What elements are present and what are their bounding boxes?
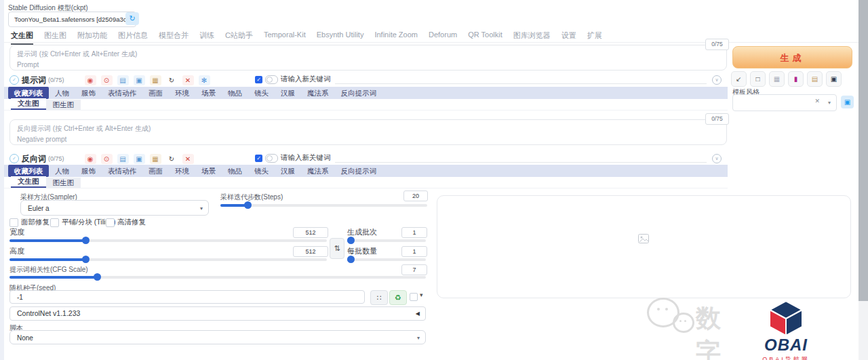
keyword-toggle[interactable] <box>265 75 278 84</box>
script-select[interactable]: None ▾ <box>9 330 426 344</box>
tag-category-scene[interactable]: 场景 <box>195 165 222 177</box>
download-red-icon[interactable]: ◉ <box>85 154 96 164</box>
tag-category-object[interactable]: 物品 <box>222 165 248 177</box>
style-card-icon[interactable]: ▮ <box>788 71 804 87</box>
sort-red-icon[interactable]: ⊙ <box>101 154 113 164</box>
height-slider[interactable] <box>9 256 327 264</box>
tag-category-environment[interactable]: 环境 <box>169 165 195 177</box>
image-placeholder-icon <box>638 234 649 243</box>
download-red-icon[interactable]: ◉ <box>85 75 96 85</box>
tag-category-object[interactable]: 物品 <box>222 87 248 99</box>
tag-category-clothes[interactable]: 服饰 <box>75 165 102 177</box>
steps-slider[interactable] <box>220 201 427 209</box>
hires-option[interactable]: 高清修复 <box>106 218 146 227</box>
tag-category-favorites[interactable]: 收藏列表 <box>8 165 49 177</box>
width-slider[interactable] <box>9 237 327 245</box>
copy-blue-icon[interactable]: ▤ <box>117 75 129 85</box>
batch-count-label: 生成批次 <box>347 227 377 237</box>
keyword-checkbox[interactable]: ✓ <box>255 155 262 162</box>
negative-textarea[interactable]: 反向提示词 (按 Ctrl+Enter 或 Alt+Enter 生成) Nega… <box>9 119 727 145</box>
face-restore-checkbox[interactable] <box>9 218 18 227</box>
tag-subtab-txt2img[interactable]: 文生图 <box>11 98 46 110</box>
refresh-dark-icon[interactable]: ↻ <box>166 75 178 85</box>
generate-button[interactable]: 生成 <box>732 46 852 68</box>
trash-red-icon[interactable]: ✕ <box>182 154 194 164</box>
keyword-input-underline[interactable] <box>335 83 707 84</box>
gear-blue-icon[interactable]: ✻ <box>199 75 210 85</box>
scrollbar-thumb[interactable] <box>859 0 868 301</box>
prompt-token-counter: 0/75 <box>705 39 729 50</box>
tag-category-expression[interactable]: 表情动作 <box>102 87 142 99</box>
save-style-icon[interactable]: ▣ <box>826 71 842 87</box>
clear-icon[interactable]: ✕ <box>814 98 820 104</box>
tag-category-magic[interactable]: 魔法系 <box>301 165 335 177</box>
check-circle-icon[interactable]: ✓ <box>9 154 19 163</box>
face-restore-option[interactable]: 面部修复 <box>9 218 50 227</box>
keyword-checkbox[interactable]: ✓ <box>255 76 262 83</box>
tag-category-expression[interactable]: 表情动作 <box>102 165 142 177</box>
collapse-circle-icon[interactable]: ∨ <box>712 75 722 85</box>
batch-size-slider[interactable] <box>347 256 426 264</box>
watermark-text: 数字 <box>696 302 745 360</box>
tag-category-clothes[interactable]: 服饰 <box>75 87 102 99</box>
recycle-seed-icon[interactable]: ♻ <box>389 290 407 305</box>
image-tan-icon[interactable]: ▦ <box>150 75 161 85</box>
width-label: 宽度 <box>9 227 24 237</box>
apply-style-icon[interactable]: ▤ <box>807 71 823 87</box>
seed-extra-checkbox[interactable] <box>410 293 418 301</box>
tag-category-magic[interactable]: 魔法系 <box>301 87 335 99</box>
sampler-select[interactable]: Euler a ▾ <box>20 200 209 216</box>
tag-category-person[interactable]: 人物 <box>49 87 75 99</box>
batch-count-slider[interactable] <box>347 237 426 245</box>
dice-icon[interactable]: ∷ <box>370 290 388 305</box>
tag-category-frame[interactable]: 画面 <box>142 165 169 177</box>
tag-category-camera[interactable]: 镜头 <box>248 165 275 177</box>
keyword-toggle[interactable] <box>265 154 278 163</box>
collapse-circle-icon[interactable]: ∨ <box>712 154 722 163</box>
seed-input[interactable]: -1 <box>9 290 365 304</box>
clear-prompt-icon[interactable]: □ <box>750 71 766 87</box>
brand-subtitle: OBAI导航网 <box>745 355 827 360</box>
prompt-textarea[interactable]: 提示词 (按 Ctrl+Enter 或 Alt+Enter 生成) Prompt <box>9 45 727 71</box>
tag-category-hanfu[interactable]: 汉服 <box>275 87 301 99</box>
steps-label: 采样迭代步数(Steps) <box>220 193 283 202</box>
tag-category-hanfu[interactable]: 汉服 <box>275 165 301 177</box>
check-circle-icon[interactable]: ✓ <box>9 75 19 85</box>
image-tan-icon[interactable]: ▦ <box>150 154 161 164</box>
tag-category-frame[interactable]: 画面 <box>142 87 169 99</box>
negative-toolbar: ✓ 反向词 (0/75) ◉ ⊙ ▤ ▣ ▦ ↻ ✕ ✓ 请输入新关键词 ∨ <box>9 153 727 165</box>
swap-dimensions-button[interactable]: ⇅ <box>330 238 344 259</box>
save-blue-icon[interactable]: ▣ <box>134 154 145 164</box>
cfg-slider[interactable] <box>9 273 426 281</box>
trash-red-icon[interactable]: ✕ <box>182 75 194 85</box>
style-refresh-button[interactable]: ▣ <box>841 96 854 108</box>
model-select[interactable]: ToonYou_Beta1.safetensors [d2509a3c68] ▾ <box>8 12 136 27</box>
copy-blue-icon[interactable]: ▤ <box>117 154 129 164</box>
tag-category-camera[interactable]: 镜头 <box>248 87 275 99</box>
keyword-input-underline[interactable] <box>335 162 707 163</box>
paste-params-icon[interactable]: ↙ <box>731 71 747 87</box>
save-blue-icon[interactable]: ▣ <box>134 75 145 85</box>
seed-dropdown-caret[interactable]: ▾ <box>420 292 423 298</box>
tag-category-environment[interactable]: 环境 <box>169 87 195 99</box>
keyword-input-label[interactable]: 请输入新关键词 <box>281 153 331 163</box>
tag-category-person[interactable]: 人物 <box>49 165 75 177</box>
negative-section-counter: (0/75) <box>48 155 64 162</box>
tag-category-scene[interactable]: 场景 <box>195 87 222 99</box>
tag-subtab-img2img[interactable]: 图生图 <box>46 178 81 188</box>
sort-red-icon[interactable]: ⊙ <box>101 75 113 85</box>
refresh-dark-icon[interactable]: ↻ <box>166 154 178 164</box>
tag-subtab-img2img[interactable]: 图生图 <box>46 100 81 110</box>
tiling-checkbox[interactable] <box>50 218 59 227</box>
tag-category-negative[interactable]: 反向提示词 <box>335 87 383 99</box>
model-refresh-button[interactable]: ↻ <box>125 12 139 25</box>
extra-networks-icon[interactable]: ▦ <box>769 71 785 87</box>
steps-input[interactable]: 20 <box>403 191 428 201</box>
hires-checkbox[interactable] <box>106 218 115 227</box>
tag-subtab-txt2img[interactable]: 文生图 <box>11 176 46 188</box>
keyword-input-label[interactable]: 请输入新关键词 <box>281 75 331 84</box>
style-select[interactable]: ✕ ▾ <box>732 94 837 111</box>
controlnet-accordion[interactable]: ControlNet v1.1.233 ◀ <box>9 306 426 321</box>
tag-category-favorites[interactable]: 收藏列表 <box>8 87 49 99</box>
tag-category-negative[interactable]: 反向提示词 <box>335 165 383 177</box>
